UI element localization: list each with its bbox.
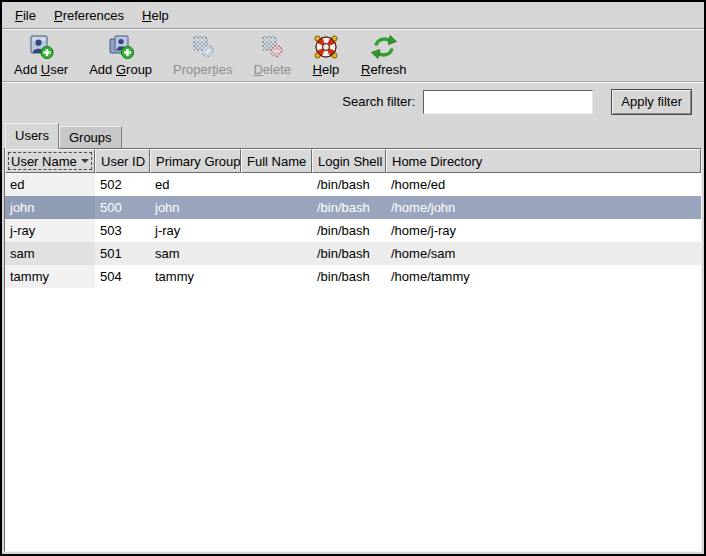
cell-user-name[interactable]: tammy — [5, 265, 95, 288]
tab-bar: Users Groups — [2, 121, 704, 148]
filter-bar: Search filter: Apply filter — [2, 82, 704, 121]
table-header-row: User Name User ID Primary Group Full Nam… — [5, 149, 701, 173]
search-filter-label: Search filter: — [342, 94, 415, 109]
cell-user-name[interactable]: ed — [5, 173, 95, 196]
refresh-arrows-icon — [370, 33, 398, 61]
cell-user-id[interactable]: 500 — [95, 196, 150, 219]
add-user-icon — [27, 33, 55, 61]
refresh-button[interactable]: Refresh — [355, 32, 413, 78]
column-header-login-shell[interactable]: Login Shell — [312, 149, 386, 173]
cell-user-id[interactable]: 503 — [95, 219, 150, 242]
column-header-primary-group[interactable]: Primary Group — [150, 149, 241, 173]
properties-button[interactable]: Properties — [167, 32, 238, 78]
column-header-user-name[interactable]: User Name — [5, 149, 95, 173]
cell-user-id[interactable]: 502 — [95, 173, 150, 196]
delete-button[interactable]: Delete — [247, 32, 297, 78]
cell-home-directory[interactable]: /home/tammy — [386, 265, 701, 288]
menubar: File Preferences Help — [2, 2, 704, 29]
table-row[interactable]: john500john/bin/bash/home/john — [5, 196, 701, 219]
users-table: User Name User ID Primary Group Full Nam… — [4, 148, 702, 552]
tab-users[interactable]: Users — [5, 123, 59, 149]
cell-primary-group[interactable]: j-ray — [150, 219, 241, 242]
cell-user-name[interactable]: sam — [5, 242, 95, 265]
menu-file[interactable]: File — [6, 4, 45, 27]
column-header-home-directory[interactable]: Home Directory — [386, 149, 701, 173]
cell-home-directory[interactable]: /home/j-ray — [386, 219, 701, 242]
tab-groups[interactable]: Groups — [59, 126, 122, 148]
cell-primary-group[interactable]: sam — [150, 242, 241, 265]
add-user-label: Add User — [14, 62, 68, 77]
apply-filter-button[interactable]: Apply filter — [611, 89, 692, 115]
menu-preferences[interactable]: Preferences — [45, 4, 133, 27]
help-label: Help — [313, 62, 340, 77]
cell-login-shell[interactable]: /bin/bash — [312, 219, 386, 242]
properties-icon — [189, 33, 217, 61]
sort-arrow-down-icon — [81, 159, 89, 167]
column-header-user-id[interactable]: User ID — [95, 149, 150, 173]
cell-primary-group[interactable]: john — [150, 196, 241, 219]
cell-login-shell[interactable]: /bin/bash — [312, 196, 386, 219]
help-button[interactable]: Help — [306, 32, 346, 78]
table-row[interactable]: ed502ed/bin/bash/home/ed — [5, 173, 701, 196]
cell-full-name[interactable] — [241, 173, 312, 196]
add-group-label: Add Group — [89, 62, 152, 77]
add-group-icon — [107, 33, 135, 61]
cell-home-directory[interactable]: /home/ed — [386, 173, 701, 196]
cell-full-name[interactable] — [241, 242, 312, 265]
toolbar: Add User Add Group — [2, 29, 704, 82]
cell-full-name[interactable] — [241, 219, 312, 242]
cell-user-id[interactable]: 501 — [95, 242, 150, 265]
user-manager-window: File Preferences Help Add User — [0, 0, 706, 556]
cell-user-name[interactable]: john — [5, 196, 95, 219]
search-filter-input[interactable] — [423, 90, 593, 114]
add-user-button[interactable]: Add User — [8, 32, 74, 78]
cell-login-shell[interactable]: /bin/bash — [312, 265, 386, 288]
cell-login-shell[interactable]: /bin/bash — [312, 173, 386, 196]
properties-label: Properties — [173, 62, 232, 77]
menu-help[interactable]: Help — [133, 4, 178, 27]
delete-icon — [258, 33, 286, 61]
cell-user-id[interactable]: 504 — [95, 265, 150, 288]
cell-home-directory[interactable]: /home/john — [386, 196, 701, 219]
help-lifering-icon — [312, 33, 340, 61]
cell-full-name[interactable] — [241, 196, 312, 219]
table-body[interactable]: ed502ed/bin/bash/home/edjohn500john/bin/… — [5, 173, 701, 551]
table-row[interactable]: tammy504tammy/bin/bash/home/tammy — [5, 265, 701, 288]
cell-full-name[interactable] — [241, 265, 312, 288]
table-row[interactable]: sam501sam/bin/bash/home/sam — [5, 242, 701, 265]
cell-primary-group[interactable]: tammy — [150, 265, 241, 288]
refresh-label: Refresh — [361, 62, 407, 77]
delete-label: Delete — [253, 62, 291, 77]
table-row[interactable]: j-ray503j-ray/bin/bash/home/j-ray — [5, 219, 701, 242]
cell-primary-group[interactable]: ed — [150, 173, 241, 196]
add-group-button[interactable]: Add Group — [83, 32, 158, 78]
column-header-full-name[interactable]: Full Name — [241, 149, 312, 173]
cell-login-shell[interactable]: /bin/bash — [312, 242, 386, 265]
cell-user-name[interactable]: j-ray — [5, 219, 95, 242]
cell-home-directory[interactable]: /home/sam — [386, 242, 701, 265]
